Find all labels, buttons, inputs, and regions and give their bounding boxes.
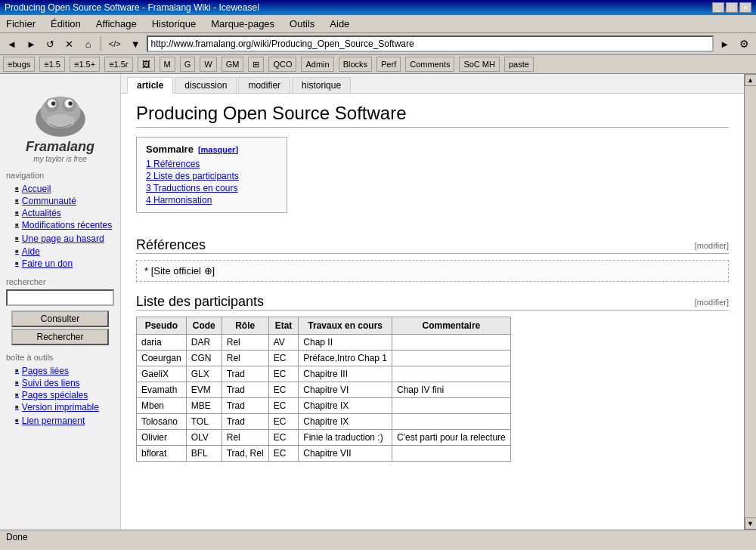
cell-code: CGN bbox=[186, 351, 222, 366]
toc-item-3[interactable]: 3 Traductions en cours bbox=[146, 182, 277, 194]
bm-m[interactable]: M bbox=[160, 57, 175, 72]
bm-15[interactable]: ≡1.5 bbox=[39, 57, 65, 72]
references-modifier-link[interactable]: [modifier] bbox=[695, 241, 729, 250]
rechercher-button[interactable]: Rechercher bbox=[11, 329, 109, 345]
menu-file[interactable]: Fichier bbox=[3, 17, 39, 31]
sidebar-item-version-imprimable[interactable]: Version imprimable bbox=[6, 401, 114, 415]
sidebar-item-accueil[interactable]: Accueil bbox=[6, 183, 114, 195]
logo-sub: my taylor is free bbox=[6, 155, 114, 163]
toc-title: Sommaire bbox=[146, 144, 194, 155]
sidebar-item-aide[interactable]: Aide bbox=[6, 246, 114, 258]
tab-historique[interactable]: historique bbox=[292, 77, 351, 93]
svg-point-7 bbox=[68, 101, 73, 106]
bm-15plus[interactable]: ≡1.5+ bbox=[70, 57, 100, 72]
menu-history[interactable]: Historique bbox=[149, 17, 200, 31]
back-button[interactable]: ◄ bbox=[3, 36, 20, 52]
bm-paste[interactable]: paste bbox=[504, 57, 534, 72]
participants-section-header: Liste des participants [modifier] bbox=[136, 294, 729, 311]
bm-img[interactable]: 🖼 bbox=[138, 57, 155, 72]
go-button[interactable]: ► bbox=[716, 36, 733, 52]
references-box: * [Site officiel ⊕] bbox=[136, 260, 729, 282]
bm-soc[interactable]: SoC MH bbox=[459, 57, 500, 72]
participants-table: Pseudo Code Rôle Etat Travaux en cours C… bbox=[136, 317, 511, 462]
sidebar-item-hasard[interactable]: Une page au hasard bbox=[6, 233, 114, 246]
sidebar-item-don[interactable]: Faire un don bbox=[6, 258, 114, 270]
toc-hide-button[interactable]: [masquer] bbox=[198, 145, 238, 154]
bm-bugs[interactable]: ≡bugs bbox=[3, 57, 35, 72]
menu-view[interactable]: Affichage bbox=[93, 17, 140, 31]
content-area: article discussion modifier historique P… bbox=[121, 74, 744, 530]
search-input[interactable] bbox=[6, 289, 114, 306]
bm-15r[interactable]: ≡1.5r bbox=[104, 57, 132, 72]
cell-code: MBE bbox=[186, 398, 222, 414]
sidebar-item-actualites[interactable]: Actualités bbox=[6, 207, 114, 219]
home-button[interactable]: ⌂ bbox=[80, 36, 97, 52]
tab-discussion[interactable]: discussion bbox=[175, 77, 237, 93]
bm-admin[interactable]: Admin bbox=[301, 57, 333, 72]
bm-blocks[interactable]: Blocks bbox=[339, 57, 372, 72]
maximize-button[interactable]: □ bbox=[726, 2, 738, 13]
menu-edit[interactable]: Édition bbox=[48, 17, 84, 31]
toc-item-4[interactable]: 4 Harmonisation bbox=[146, 194, 277, 206]
minimize-button[interactable]: _ bbox=[712, 2, 724, 13]
cell-code: BFL bbox=[186, 446, 222, 462]
cell-travaux: Chapitre VII bbox=[299, 446, 392, 462]
close-button[interactable]: × bbox=[739, 2, 751, 13]
cell-code: TOL bbox=[186, 414, 222, 430]
bm-gm[interactable]: GM bbox=[222, 57, 244, 72]
stop-button[interactable]: ✕ bbox=[61, 36, 78, 52]
cell-travaux: Chapitre III bbox=[299, 366, 392, 382]
settings-icon[interactable]: ⚙ bbox=[736, 36, 753, 52]
cell-travaux: Préface,Intro Chap 1 bbox=[299, 351, 392, 366]
participants-modifier-link[interactable]: [modifier] bbox=[695, 298, 729, 307]
url-bar[interactable] bbox=[151, 39, 710, 49]
status-bar: Done bbox=[0, 530, 756, 544]
wiki-content: Producing Open Source Software Sommaire … bbox=[121, 94, 744, 471]
status-text: Done bbox=[6, 532, 28, 542]
cell-pseudo: Tolosano bbox=[137, 414, 187, 430]
scroll-track[interactable] bbox=[745, 86, 756, 518]
bookmarks-bar: ≡bugs ≡1.5 ≡1.5+ ≡1.5r 🖼 M G W GM ⊞ QCO … bbox=[0, 55, 756, 74]
bm-comments[interactable]: Comments bbox=[405, 57, 454, 72]
dropdown-button[interactable]: ▼ bbox=[127, 36, 144, 52]
logo-area: Framalang my taylor is free bbox=[6, 80, 114, 163]
bm-perf[interactable]: Perf bbox=[376, 57, 401, 72]
cell-etat: EC bbox=[268, 398, 299, 414]
bm-grid[interactable]: ⊞ bbox=[248, 57, 264, 72]
cell-travaux: Chap II bbox=[299, 335, 392, 351]
tab-modifier[interactable]: modifier bbox=[238, 77, 290, 93]
cell-commentaire: Chap IV fini bbox=[392, 382, 511, 398]
sidebar-item-lien-permanent[interactable]: Lien permanent bbox=[6, 415, 114, 427]
scroll-down-button[interactable]: ▼ bbox=[745, 518, 757, 530]
menu-tools[interactable]: Outils bbox=[287, 17, 318, 31]
cell-etat: EC bbox=[268, 382, 299, 398]
tab-article[interactable]: article bbox=[127, 77, 173, 94]
sidebar-item-communaute[interactable]: Communauté bbox=[6, 195, 114, 207]
table-row: dariaDARRelAVChap II bbox=[137, 335, 511, 351]
bm-qco[interactable]: QCO bbox=[268, 57, 296, 72]
window-controls[interactable]: _ □ × bbox=[712, 2, 751, 13]
reload-button[interactable]: ↺ bbox=[42, 36, 59, 52]
source-button[interactable]: </> bbox=[105, 36, 125, 52]
consulter-button[interactable]: Consulter bbox=[11, 311, 109, 327]
toc-item-1[interactable]: 1 Références bbox=[146, 158, 277, 170]
table-row: GaeliXGLXTradECChapitre III bbox=[137, 366, 511, 382]
cell-code: GLX bbox=[186, 366, 222, 382]
toolbar-separator bbox=[101, 36, 101, 51]
toc-item-2[interactable]: 2 Liste des participants bbox=[146, 170, 277, 182]
menu-help[interactable]: Aide bbox=[327, 17, 352, 31]
cell-commentaire bbox=[392, 335, 511, 351]
sidebar-item-suivi-liens[interactable]: Suivi des liens bbox=[6, 377, 114, 389]
cell-role: Trad bbox=[222, 382, 268, 398]
scroll-up-button[interactable]: ▲ bbox=[745, 74, 757, 86]
navigation-toolbar: ◄ ► ↺ ✕ ⌂ </> ▼ ► ⚙ bbox=[0, 33, 756, 55]
menu-bookmarks[interactable]: Marque-pages bbox=[208, 17, 277, 31]
cell-code: OLV bbox=[186, 430, 222, 446]
cell-role: Rel bbox=[222, 351, 268, 366]
sidebar-item-pages-liees[interactable]: Pages liées bbox=[6, 365, 114, 377]
forward-button[interactable]: ► bbox=[23, 36, 40, 52]
sidebar-item-pages-speciales[interactable]: Pages spéciales bbox=[6, 389, 114, 401]
bm-g[interactable]: G bbox=[180, 57, 196, 72]
sidebar-item-modifications[interactable]: Modifications récentes bbox=[6, 219, 114, 233]
bm-w[interactable]: W bbox=[200, 57, 216, 72]
